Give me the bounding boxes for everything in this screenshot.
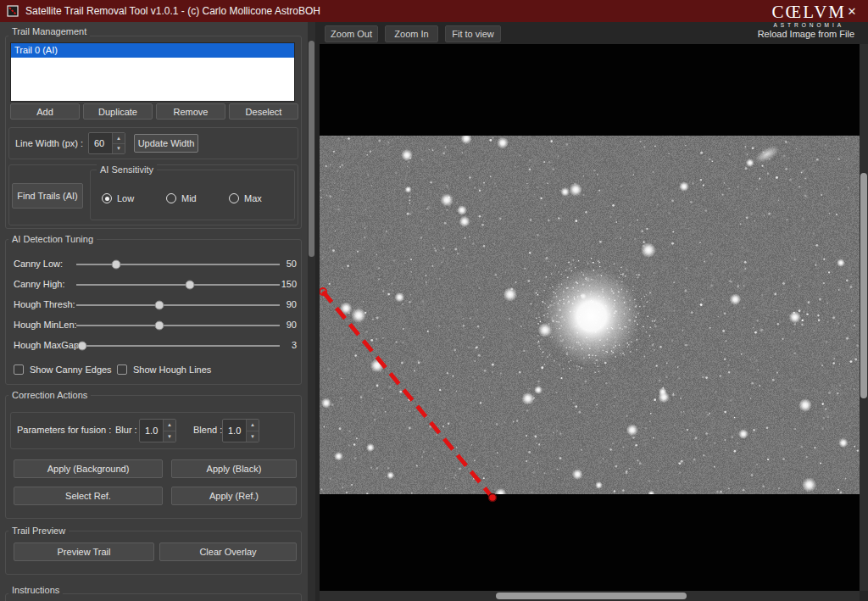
blur-label: Blur : xyxy=(115,425,137,435)
reload-image-button[interactable]: Reload Image from File xyxy=(736,26,854,42)
show-canny-checkbox[interactable] xyxy=(14,364,24,375)
spin-up-icon[interactable]: ▲ xyxy=(247,420,259,431)
spin-up-icon[interactable]: ▲ xyxy=(164,420,175,431)
deselect-button[interactable]: Deselect xyxy=(229,103,298,120)
left-panel-scrollbar[interactable] xyxy=(308,22,315,601)
canny-low-slider[interactable] xyxy=(76,264,280,265)
spin-down-icon[interactable]: ▼ xyxy=(247,431,259,442)
blend-value[interactable]: 1.0 xyxy=(223,420,246,442)
slider-row-hough-thresh: Hough Thresh: 90 xyxy=(7,296,298,314)
show-hough-label: Show Hough Lines xyxy=(133,364,211,375)
hough-maxgap-handle[interactable] xyxy=(78,342,87,351)
slider-row-canny-low: Canny Low: 50 xyxy=(7,255,298,274)
show-canny-label: Show Canny Edges xyxy=(30,364,112,375)
hough-minlen-slider[interactable] xyxy=(76,325,280,326)
zoom-in-button[interactable]: Zoom In xyxy=(385,25,438,42)
line-width-spinner[interactable]: 60 ▲ ▼ xyxy=(88,132,125,154)
remove-button[interactable]: Remove xyxy=(156,103,225,120)
logo-text: CŒLVM xyxy=(772,3,846,21)
blur-spin-arrows: ▲ ▼ xyxy=(163,420,175,442)
hough-maxgap-slider[interactable] xyxy=(76,345,280,347)
add-button[interactable]: Add xyxy=(10,103,80,120)
line-width-label: Line Width (px) : xyxy=(15,138,83,148)
show-hough-option[interactable]: Show Hough Lines xyxy=(117,364,211,375)
canny-high-label: Canny High: xyxy=(14,279,65,289)
line-width-value[interactable]: 60 xyxy=(89,133,112,153)
show-canny-option[interactable]: Show Canny Edges xyxy=(14,364,112,375)
hough-maxgap-value: 3 xyxy=(261,340,297,350)
slider-row-hough-maxgap: Hough MaxGap 3 xyxy=(7,337,298,355)
app-window: Satellite Trail Removal Tool v1.0.1 - (c… xyxy=(0,0,868,601)
canny-low-label: Canny Low: xyxy=(14,259,63,269)
apply-ref-button[interactable]: Apply (Ref.) xyxy=(171,487,297,505)
titlebar: Satellite Trail Removal Tool v1.0.1 - (c… xyxy=(0,0,868,22)
hough-thresh-handle[interactable] xyxy=(155,301,164,310)
ai-tuning-title: AI Detection Tuning xyxy=(8,234,97,244)
hough-thresh-label: Hough Thresh: xyxy=(14,299,75,309)
trail-list[interactable]: Trail 0 (AI) xyxy=(10,42,295,102)
canny-high-handle[interactable] xyxy=(186,281,195,290)
zoom-out-button[interactable]: Zoom Out xyxy=(325,25,378,42)
radio-mid-label: Mid xyxy=(181,193,197,203)
trail-list-item[interactable]: Trail 0 (AI) xyxy=(11,43,294,58)
clear-overlay-button[interactable]: Clear Overlay xyxy=(159,543,297,561)
radio-mid-icon[interactable] xyxy=(166,193,176,203)
correction-actions-title: Correction Actions xyxy=(8,390,91,400)
line-width-spin-arrows: ▲ ▼ xyxy=(112,133,125,153)
window-title: Satellite Trail Removal Tool v1.0.1 - (c… xyxy=(25,5,320,17)
blur-value[interactable]: 1.0 xyxy=(140,420,163,442)
find-trails-button[interactable]: Find Trails (AI) xyxy=(12,183,83,209)
show-hough-checkbox[interactable] xyxy=(117,364,127,375)
spin-down-icon[interactable]: ▼ xyxy=(113,144,125,154)
hough-minlen-handle[interactable] xyxy=(155,321,164,331)
trail-management-title: Trail Management xyxy=(8,26,90,36)
close-icon[interactable]: ✕ xyxy=(844,3,860,19)
radio-option-mid[interactable]: Mid xyxy=(166,193,197,203)
radio-option-max[interactable]: Max xyxy=(229,193,262,203)
instructions-title: Instructions xyxy=(8,585,63,595)
logo-subtitle: ASTRONOMIA xyxy=(772,22,846,28)
hough-maxgap-label: Hough MaxGap xyxy=(14,340,79,350)
astro-image[interactable] xyxy=(320,136,860,494)
slider-row-hough-minlen: Hough MinLen: 90 xyxy=(7,316,298,335)
spin-down-icon[interactable]: ▼ xyxy=(164,431,175,442)
radio-max-icon[interactable] xyxy=(229,193,239,203)
update-width-button[interactable]: Update Width xyxy=(134,134,198,153)
blur-spinner[interactable]: 1.0 ▲ ▼ xyxy=(139,419,176,442)
duplicate-button[interactable]: Duplicate xyxy=(83,103,153,120)
spin-up-icon[interactable]: ▲ xyxy=(113,133,125,144)
preview-trail-button[interactable]: Preview Trail xyxy=(14,543,154,561)
radio-low-icon[interactable] xyxy=(102,193,112,203)
select-ref-button[interactable]: Select Ref. xyxy=(14,487,163,505)
ai-sensitivity-title: AI Sensitivity xyxy=(97,164,157,175)
viewer-vscrollbar[interactable] xyxy=(860,44,868,591)
coelum-logo: CŒLVM ASTRONOMIA xyxy=(772,3,846,28)
fusion-params-label: Parameters for fusion : xyxy=(17,425,111,435)
app-icon xyxy=(7,5,19,17)
radio-option-low[interactable]: Low xyxy=(102,193,134,203)
hough-minlen-label: Hough MinLen: xyxy=(14,320,77,330)
fit-to-view-button[interactable]: Fit to view xyxy=(445,25,501,42)
slider-row-canny-high: Canny High: 150 xyxy=(7,275,298,294)
hough-thresh-value: 90 xyxy=(261,299,297,309)
canny-low-handle[interactable] xyxy=(112,260,121,270)
trail-preview-title: Trail Preview xyxy=(8,526,69,536)
radio-low-label: Low xyxy=(117,193,134,203)
canny-high-value: 150 xyxy=(261,279,297,289)
radio-max-label: Max xyxy=(244,193,262,203)
hough-minlen-value: 90 xyxy=(261,320,297,330)
blend-spin-arrows: ▲ ▼ xyxy=(246,420,259,442)
blend-label: Blend : xyxy=(193,425,222,435)
viewer-hscrollbar-thumb[interactable] xyxy=(496,593,687,599)
apply-background-button[interactable]: Apply (Background) xyxy=(14,459,163,478)
left-panel-scrollbar-thumb[interactable] xyxy=(309,41,314,257)
canny-high-slider[interactable] xyxy=(76,284,280,286)
canny-low-value: 50 xyxy=(261,259,297,269)
hough-thresh-slider[interactable] xyxy=(76,304,280,306)
viewer-hscrollbar[interactable] xyxy=(320,591,860,601)
viewer-vscrollbar-thumb[interactable] xyxy=(860,173,867,398)
apply-black-button[interactable]: Apply (Black) xyxy=(171,459,297,478)
blend-spinner[interactable]: 1.0 ▲ ▼ xyxy=(222,419,259,442)
